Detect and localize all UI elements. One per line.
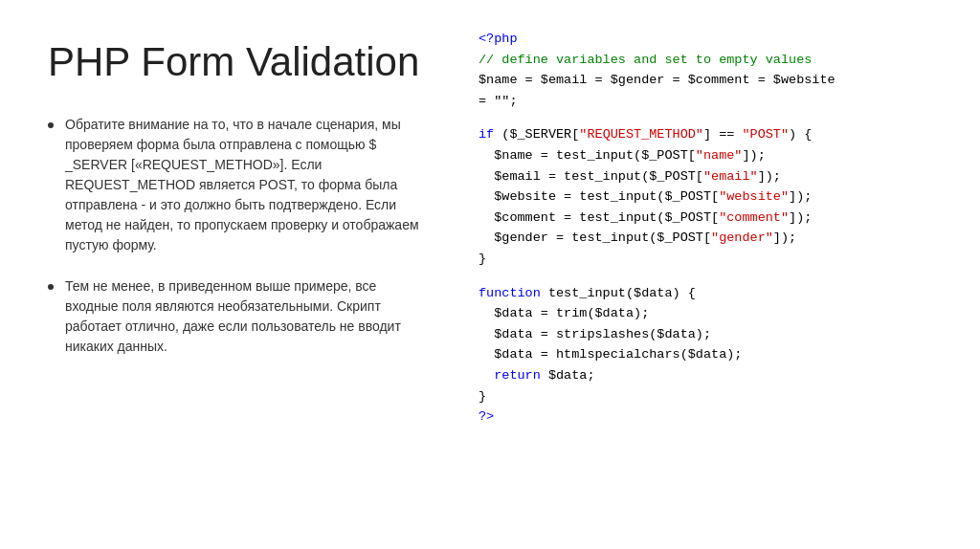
code-line: = ""; [479,91,951,112]
code-part: ) { [789,127,812,142]
list-item: Тем не менее, в приведенном выше примере… [48,276,421,357]
code-line: $data = stripslashes($data); [479,324,951,345]
code-line: $name = $email = $gender = $comment = $w… [479,70,951,91]
code-line: $email = test_input($_POST["email"]); [479,166,951,187]
code-line: $data = htmlspecialchars($data); [479,344,951,365]
list-item-text: Обратите внимание на то, что в начале сц… [65,115,421,255]
code-line: $gender = test_input($_POST["gender"]); [479,228,951,249]
code-line: $name = test_input($_POST["name"]); [479,145,951,166]
code-part: "comment" [719,210,789,225]
code-part: "name" [696,148,743,163]
code-part: ($_SERVER[ [494,127,579,142]
code-part: "gender" [711,231,773,245]
bullet-dot [48,122,54,128]
code-part: ]); [742,148,765,163]
code-part: "POST" [742,127,789,142]
list-item: Обратите внимание на то, что в начале сц… [48,115,421,255]
code-line: } [479,249,951,270]
code-line: function test_input($data) { [479,283,951,304]
page-title: PHP Form Validation [48,38,421,86]
bullet-dot [48,284,54,290]
code-part: test_input($data) { [541,286,696,300]
code-part: $data; [541,368,595,383]
code-part: function [479,286,541,300]
code-line: } [479,386,951,407]
code-part: $comment = test_input($_POST[ [479,210,719,225]
code-part: $name = test_input($_POST[ [479,148,696,163]
list-item-text: Тем не менее, в приведенном выше примере… [65,276,421,357]
code-spacer [479,111,951,124]
code-part: $gender = test_input($_POST[ [479,231,711,245]
code-part: "email" [703,169,758,184]
code-part: ]); [773,231,796,245]
code-line: $comment = test_input($_POST["comment"])… [479,208,951,229]
code-line: ?> [479,406,951,428]
code-line: return $data; [479,365,951,386]
code-part: "website" [719,189,789,204]
code-line: $website = test_input($_POST["website"])… [479,187,951,208]
code-part: ]); [789,210,812,225]
code-part: ]); [789,189,812,204]
code-line: // define variables and set to empty val… [479,50,951,71]
code-part: return [479,368,541,383]
left-panel: PHP Form Validation Обратите внимание на… [0,0,459,549]
code-part: $website = test_input($_POST[ [479,189,719,204]
code-part: if [479,127,494,142]
right-panel: <?php// define variables and set to empt… [459,0,980,549]
code-line: $data = trim($data); [479,303,951,324]
code-spacer [479,270,951,283]
code-block: <?php// define variables and set to empt… [479,29,951,428]
code-part: ]); [758,169,781,184]
bullet-list: Обратите внимание на то, что в начале сц… [48,115,421,357]
code-part: ] == [703,127,743,142]
code-line: <?php [479,29,951,50]
code-part: "REQUEST_METHOD" [579,127,703,142]
code-line: if ($_SERVER["REQUEST_METHOD"] == "POST"… [479,124,951,145]
code-part: $email = test_input($_POST[ [479,169,703,184]
